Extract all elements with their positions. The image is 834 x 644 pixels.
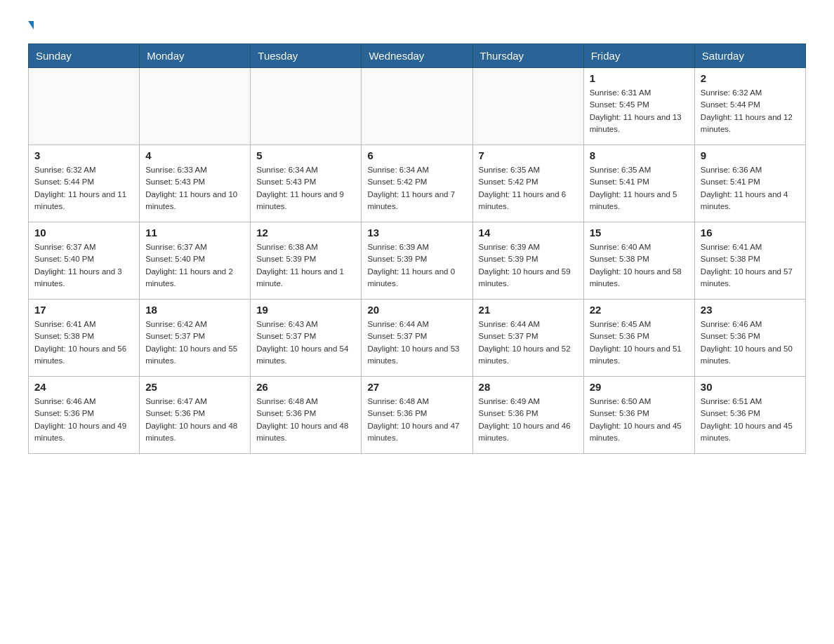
day-info: Sunrise: 6:32 AMSunset: 5:44 PMDaylight:…	[701, 87, 800, 135]
day-number: 9	[701, 149, 800, 161]
weekday-header-monday: Monday	[140, 44, 251, 68]
day-number: 17	[34, 304, 133, 316]
day-info: Sunrise: 6:46 AMSunset: 5:36 PMDaylight:…	[701, 318, 800, 367]
day-number: 3	[34, 149, 133, 161]
day-number: 25	[145, 381, 244, 393]
calendar-cell: 7Sunrise: 6:35 AMSunset: 5:42 PMDaylight…	[472, 145, 583, 222]
calendar-week-row: 3Sunrise: 6:32 AMSunset: 5:44 PMDaylight…	[29, 145, 806, 222]
day-number: 22	[590, 304, 689, 316]
day-number: 2	[701, 72, 800, 84]
day-number: 14	[479, 227, 578, 239]
day-info: Sunrise: 6:46 AMSunset: 5:36 PMDaylight:…	[34, 396, 133, 444]
day-number: 11	[145, 227, 244, 239]
calendar-cell: 21Sunrise: 6:44 AMSunset: 5:37 PMDayligh…	[472, 300, 583, 377]
day-info: Sunrise: 6:39 AMSunset: 5:39 PMDaylight:…	[367, 241, 466, 290]
day-info: Sunrise: 6:45 AMSunset: 5:36 PMDaylight:…	[590, 318, 689, 367]
calendar-cell	[251, 68, 362, 145]
weekday-header-sunday: Sunday	[29, 44, 140, 68]
day-number: 16	[701, 227, 800, 239]
day-number: 29	[590, 381, 689, 393]
day-info: Sunrise: 6:48 AMSunset: 5:36 PMDaylight:…	[367, 396, 466, 444]
day-info: Sunrise: 6:42 AMSunset: 5:37 PMDaylight:…	[145, 318, 244, 367]
day-info: Sunrise: 6:48 AMSunset: 5:36 PMDaylight:…	[256, 396, 355, 444]
calendar-cell: 8Sunrise: 6:35 AMSunset: 5:41 PMDaylight…	[583, 145, 694, 222]
calendar-cell: 2Sunrise: 6:32 AMSunset: 5:44 PMDaylight…	[694, 68, 805, 145]
weekday-header-friday: Friday	[583, 44, 694, 68]
day-number: 1	[590, 72, 689, 84]
calendar-week-row: 17Sunrise: 6:41 AMSunset: 5:38 PMDayligh…	[29, 300, 806, 377]
calendar-cell: 11Sunrise: 6:37 AMSunset: 5:40 PMDayligh…	[140, 222, 251, 300]
calendar-cell: 4Sunrise: 6:33 AMSunset: 5:43 PMDaylight…	[140, 145, 251, 222]
day-info: Sunrise: 6:51 AMSunset: 5:36 PMDaylight:…	[701, 396, 800, 444]
calendar-cell: 28Sunrise: 6:49 AMSunset: 5:36 PMDayligh…	[472, 377, 583, 454]
day-number: 4	[145, 149, 244, 161]
day-info: Sunrise: 6:33 AMSunset: 5:43 PMDaylight:…	[145, 164, 244, 213]
day-info: Sunrise: 6:39 AMSunset: 5:39 PMDaylight:…	[479, 241, 578, 290]
day-number: 30	[701, 381, 800, 393]
calendar-cell: 19Sunrise: 6:43 AMSunset: 5:37 PMDayligh…	[251, 300, 362, 377]
day-number: 5	[256, 149, 355, 161]
calendar-cell: 25Sunrise: 6:47 AMSunset: 5:36 PMDayligh…	[140, 377, 251, 454]
calendar-week-row: 24Sunrise: 6:46 AMSunset: 5:36 PMDayligh…	[29, 377, 806, 454]
calendar-cell: 12Sunrise: 6:38 AMSunset: 5:39 PMDayligh…	[251, 222, 362, 300]
day-info: Sunrise: 6:34 AMSunset: 5:42 PMDaylight:…	[367, 164, 466, 213]
day-number: 28	[479, 381, 578, 393]
day-info: Sunrise: 6:44 AMSunset: 5:37 PMDaylight:…	[479, 318, 578, 367]
calendar-cell: 16Sunrise: 6:41 AMSunset: 5:38 PMDayligh…	[694, 222, 805, 300]
calendar-cell: 14Sunrise: 6:39 AMSunset: 5:39 PMDayligh…	[472, 222, 583, 300]
calendar-cell: 24Sunrise: 6:46 AMSunset: 5:36 PMDayligh…	[29, 377, 140, 454]
day-info: Sunrise: 6:49 AMSunset: 5:36 PMDaylight:…	[479, 396, 578, 444]
calendar-cell: 22Sunrise: 6:45 AMSunset: 5:36 PMDayligh…	[583, 300, 694, 377]
day-info: Sunrise: 6:34 AMSunset: 5:43 PMDaylight:…	[256, 164, 355, 213]
calendar-cell: 15Sunrise: 6:40 AMSunset: 5:38 PMDayligh…	[583, 222, 694, 300]
logo-arrow-icon	[28, 21, 34, 29]
calendar-cell	[472, 68, 583, 145]
calendar-cell: 5Sunrise: 6:34 AMSunset: 5:43 PMDaylight…	[251, 145, 362, 222]
weekday-header-thursday: Thursday	[472, 44, 583, 68]
day-number: 18	[145, 304, 244, 316]
calendar-cell: 29Sunrise: 6:50 AMSunset: 5:36 PMDayligh…	[583, 377, 694, 454]
calendar-cell: 9Sunrise: 6:36 AMSunset: 5:41 PMDaylight…	[694, 145, 805, 222]
day-number: 26	[256, 381, 355, 393]
calendar-cell: 13Sunrise: 6:39 AMSunset: 5:39 PMDayligh…	[362, 222, 472, 300]
day-number: 27	[367, 381, 466, 393]
calendar-cell: 3Sunrise: 6:32 AMSunset: 5:44 PMDaylight…	[29, 145, 140, 222]
calendar-cell: 17Sunrise: 6:41 AMSunset: 5:38 PMDayligh…	[29, 300, 140, 377]
day-number: 13	[367, 227, 466, 239]
calendar-cell: 10Sunrise: 6:37 AMSunset: 5:40 PMDayligh…	[29, 222, 140, 300]
day-info: Sunrise: 6:36 AMSunset: 5:41 PMDaylight:…	[701, 164, 800, 213]
page-header	[28, 21, 806, 29]
calendar-cell: 23Sunrise: 6:46 AMSunset: 5:36 PMDayligh…	[694, 300, 805, 377]
day-number: 19	[256, 304, 355, 316]
day-info: Sunrise: 6:40 AMSunset: 5:38 PMDaylight:…	[590, 241, 689, 290]
day-number: 21	[479, 304, 578, 316]
calendar-week-row: 1Sunrise: 6:31 AMSunset: 5:45 PMDaylight…	[29, 68, 806, 145]
day-info: Sunrise: 6:41 AMSunset: 5:38 PMDaylight:…	[701, 241, 800, 290]
calendar-cell: 1Sunrise: 6:31 AMSunset: 5:45 PMDaylight…	[583, 68, 694, 145]
calendar-cell	[140, 68, 251, 145]
logo	[28, 21, 34, 29]
day-info: Sunrise: 6:43 AMSunset: 5:37 PMDaylight:…	[256, 318, 355, 367]
day-info: Sunrise: 6:47 AMSunset: 5:36 PMDaylight:…	[145, 396, 244, 444]
calendar-cell: 27Sunrise: 6:48 AMSunset: 5:36 PMDayligh…	[362, 377, 472, 454]
day-number: 20	[367, 304, 466, 316]
day-number: 24	[34, 381, 133, 393]
weekday-header-tuesday: Tuesday	[251, 44, 362, 68]
day-number: 10	[34, 227, 133, 239]
day-info: Sunrise: 6:44 AMSunset: 5:37 PMDaylight:…	[367, 318, 466, 367]
day-number: 8	[590, 149, 689, 161]
day-info: Sunrise: 6:35 AMSunset: 5:41 PMDaylight:…	[590, 164, 689, 213]
calendar-cell: 26Sunrise: 6:48 AMSunset: 5:36 PMDayligh…	[251, 377, 362, 454]
weekday-header-row: SundayMondayTuesdayWednesdayThursdayFrid…	[29, 44, 806, 68]
day-number: 6	[367, 149, 466, 161]
calendar-week-row: 10Sunrise: 6:37 AMSunset: 5:40 PMDayligh…	[29, 222, 806, 300]
calendar-cell	[29, 68, 140, 145]
calendar-cell	[362, 68, 472, 145]
day-info: Sunrise: 6:50 AMSunset: 5:36 PMDaylight:…	[590, 396, 689, 444]
day-info: Sunrise: 6:31 AMSunset: 5:45 PMDaylight:…	[590, 87, 689, 135]
calendar-cell: 20Sunrise: 6:44 AMSunset: 5:37 PMDayligh…	[362, 300, 472, 377]
day-info: Sunrise: 6:37 AMSunset: 5:40 PMDaylight:…	[34, 241, 133, 290]
day-number: 12	[256, 227, 355, 239]
day-info: Sunrise: 6:35 AMSunset: 5:42 PMDaylight:…	[479, 164, 578, 213]
day-info: Sunrise: 6:41 AMSunset: 5:38 PMDaylight:…	[34, 318, 133, 367]
